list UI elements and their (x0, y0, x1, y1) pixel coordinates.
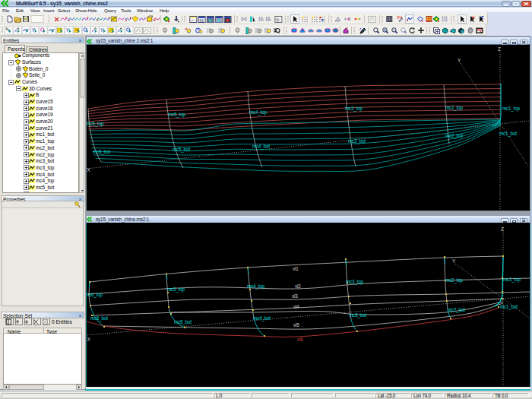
svg-text:mc5_top: mc5_top (167, 287, 185, 293)
svg-text:mc5_bot: mc5_bot (173, 147, 190, 153)
svg-text:mc2_top: mc2_top (445, 277, 463, 283)
svg-text:mc4_top: mc4_top (249, 109, 267, 116)
svg-text:mc3_bot: mc3_bot (348, 138, 366, 144)
svg-text:vl2: vl2 (295, 283, 301, 289)
svg-text:mc6_top: mc6_top (87, 121, 104, 127)
svg-text:mc5_bot: mc5_bot (174, 319, 192, 325)
svg-text:mc1_top: mc1_top (503, 277, 521, 283)
svg-text:Z: Z (501, 226, 504, 232)
svg-text:X: X (87, 337, 91, 342)
svg-text:Y: Y (458, 58, 461, 63)
svg-text:mc3_bot: mc3_bot (349, 312, 366, 318)
svg-text:vl1: vl1 (293, 266, 299, 271)
svg-text:⎆: ⎆ (276, 17, 280, 22)
svg-text:mc6_bot: mc6_bot (93, 149, 110, 155)
svg-text:X: X (87, 167, 91, 173)
svg-text:Z: Z (498, 46, 501, 52)
svg-text:mc6_top: mc6_top (87, 292, 103, 298)
svg-text:mc3_top: mc3_top (346, 279, 363, 285)
svg-text:vl5: vl5 (293, 322, 299, 328)
svg-text:vl3: vl3 (292, 293, 298, 299)
svg-text:¼: ¼ (6, 27, 9, 31)
svg-text:vl4: vl4 (293, 304, 299, 309)
svg-text:mc6_bot: mc6_bot (90, 315, 108, 321)
svg-text:mc4_bot: mc4_bot (253, 315, 271, 321)
svg-text:mc5_top: mc5_top (168, 112, 185, 118)
svg-text:Y: Y (452, 258, 456, 264)
svg-text:mc2_top: mc2_top (445, 105, 463, 111)
svg-text:vl6: vl6 (297, 337, 303, 342)
svg-text:mc1_bot: mc1_bot (500, 304, 518, 310)
svg-text:mc1_bot: mc1_bot (499, 131, 517, 137)
svg-text:mc2_bot: mc2_bot (448, 307, 465, 313)
svg-text:mc1_top: mc1_top (502, 106, 520, 112)
svg-text:mc4_top: mc4_top (247, 283, 264, 290)
svg-text:mc2_bot: mc2_bot (445, 133, 463, 139)
svg-text:mc3_top: mc3_top (345, 106, 363, 112)
svg-text:mc4_bot: mc4_bot (252, 144, 270, 150)
